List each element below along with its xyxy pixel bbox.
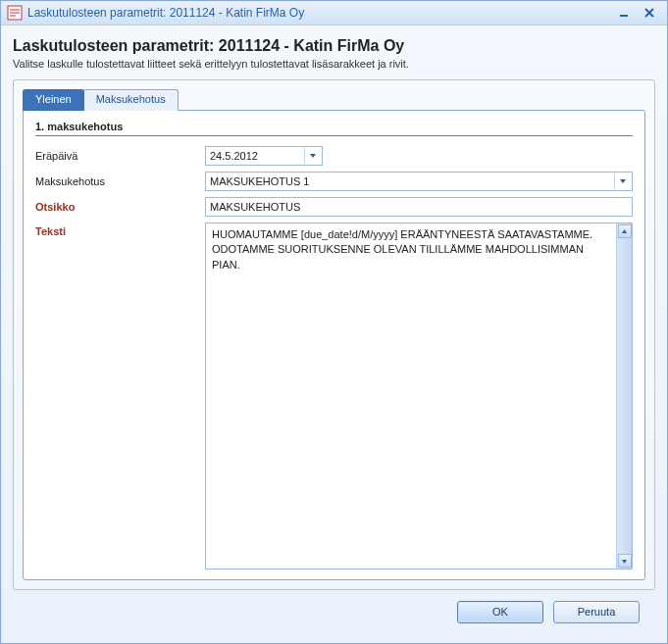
tab-general[interactable]: Yleinen [23,89,84,111]
dialog-window: Laskutulosteen parametrit: 2011124 - Kat… [0,0,668,644]
ok-button[interactable]: OK [457,601,543,623]
page-heading: Laskutulosteen parametrit: 2011124 - Kat… [13,37,655,55]
window-title: Laskutulosteen parametrit: 2011124 - Kat… [27,6,610,20]
footer: OK Peruuta [13,590,655,633]
close-button[interactable] [638,4,661,22]
reminder-value: MAKSUKEHOTUS 1 [210,175,614,187]
scrollbar[interactable] [616,223,632,569]
label-title: Otsikko [35,201,205,213]
content-area: Laskutulosteen parametrit: 2011124 - Kat… [1,25,667,643]
due-date-value: 24.5.2012 [210,150,304,162]
reminder-select[interactable]: MAKSUKEHOTUS 1 [205,172,633,191]
minimize-button[interactable] [612,4,636,22]
text-area[interactable]: HUOMAUTAMME [due_date!d/M/yyyy] ERÄÄNTYN… [205,223,633,570]
app-icon [7,5,23,21]
scroll-down-icon[interactable] [618,554,632,568]
tab-bar: Yleinen Maksukehotus [23,89,645,111]
label-due-date: Eräpäivä [35,150,205,162]
text-value: HUOMAUTAMME [due_date!d/M/yyyy] ERÄÄNTYN… [206,223,616,569]
svg-rect-1 [620,15,628,17]
row-due-date: Eräpäivä 24.5.2012 [35,146,633,166]
tab-reminder[interactable]: Maksukehotus [83,89,179,111]
row-text: Teksti HUOMAUTAMME [due_date!d/M/yyyy] E… [35,223,633,570]
label-text: Teksti [35,223,205,570]
scroll-up-icon[interactable] [618,224,632,238]
row-reminder: Maksukehotus MAKSUKEHOTUS 1 [35,172,633,191]
titlebar[interactable]: Laskutulosteen parametrit: 2011124 - Kat… [1,1,667,25]
due-date-picker[interactable]: 24.5.2012 [205,146,323,166]
chevron-down-icon [304,148,320,164]
section-title: 1. maksukehotus [35,121,633,136]
title-input[interactable] [205,197,633,217]
row-title: Otsikko [35,197,633,217]
main-panel: Yleinen Maksukehotus 1. maksukehotus Erä… [13,79,655,590]
tab-content: 1. maksukehotus Eräpäivä 24.5.2012 Maksu… [23,110,645,580]
label-reminder: Maksukehotus [35,175,205,187]
chevron-down-icon [614,173,630,189]
page-subtext: Valitse laskulle tulostettavat liitteet … [13,58,655,70]
cancel-button[interactable]: Peruuta [553,601,640,623]
